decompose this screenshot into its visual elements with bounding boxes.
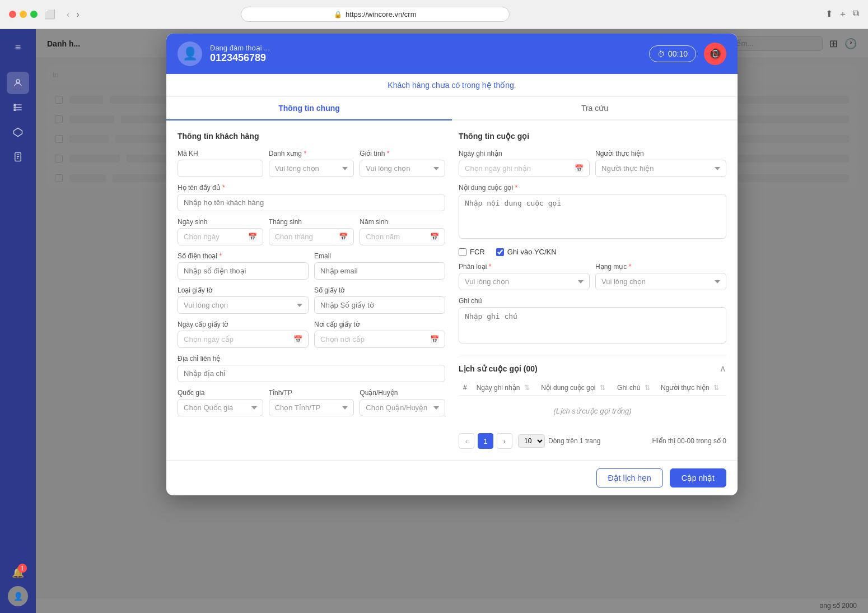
notification-icon[interactable]: 🔔 1 — [7, 561, 29, 584]
per-page-label: Dòng trên 1 trang — [548, 437, 600, 445]
end-call-button[interactable]: 📵 — [704, 43, 726, 65]
danh-xung-select[interactable]: Vui lòng chọn — [269, 160, 354, 177]
sort-icon-noidung[interactable]: ⇅ — [600, 384, 605, 392]
quoc-gia-select[interactable]: Chọn Quốc gia — [178, 399, 263, 416]
nav-back-icon[interactable]: ‹ — [67, 10, 69, 20]
field-loai-giay-to: Loại giấy tờ Vui lòng chọn — [178, 286, 309, 314]
sidebar-item-menu[interactable]: ≡ — [7, 36, 29, 58]
update-button[interactable]: Cập nhật — [670, 468, 726, 487]
field-ma-kh: Mã KH — [178, 150, 263, 177]
field-tinh-tp: Tỉnh/TP Chọn Tỉnh/TP — [269, 389, 354, 416]
calendar-icon-5: 📅 — [430, 335, 439, 343]
nav-forward-icon[interactable]: › — [76, 10, 79, 20]
dia-chi-input[interactable] — [178, 365, 445, 382]
row-sinh: Ngày sinh Chọn ngày 📅 Tháng sinh Chọn th… — [178, 218, 445, 245]
noi-cap-label: Nơi cấp giấy tờ — [314, 321, 445, 328]
customer-section-title: Thông tin khách hàng — [178, 132, 445, 141]
tab-tra-cuu[interactable]: Tra cứu — [452, 97, 738, 119]
sidebar-item-user[interactable] — [7, 72, 29, 94]
col-num: # — [459, 380, 472, 396]
page-1-btn[interactable]: 1 — [478, 433, 493, 449]
minimize-light[interactable] — [20, 11, 27, 18]
dia-chi-label: Địa chỉ liên hệ — [178, 355, 445, 363]
row-cap-giay-to: Ngày cấp giấy tờ Chọn ngày cấp 📅 Nơi cấp… — [178, 321, 445, 348]
schedule-button[interactable]: Đặt lịch hẹn — [596, 468, 663, 487]
calendar-icon-3: 📅 — [430, 233, 439, 241]
sidebar-item-chart[interactable] — [7, 121, 29, 143]
row-checkboxes: FCR Ghi vào YC/KN — [459, 248, 726, 256]
field-ngay-cap: Ngày cấp giấy tờ Chọn ngày cấp 📅 — [178, 321, 309, 348]
maximize-light[interactable] — [30, 11, 38, 18]
ghi-vao-label: Ghi vào YC/KN — [507, 248, 557, 256]
tinh-tp-select[interactable]: Chọn Tỉnh/TP — [269, 399, 354, 416]
ghi-chu-textarea[interactable] — [459, 307, 726, 343]
address-bar[interactable]: 🔒 https://wincore.vn/crm — [241, 7, 510, 22]
ma-kh-input[interactable] — [178, 160, 263, 177]
email-input[interactable] — [314, 262, 445, 280]
tinh-tp-label: Tỉnh/TP — [269, 389, 354, 397]
svg-rect-3 — [14, 107, 15, 108]
svg-rect-5 — [14, 109, 15, 110]
thang-sinh-picker[interactable]: Chọn tháng 📅 — [269, 228, 354, 245]
ho-ten-input[interactable] — [178, 194, 445, 211]
hang-muc-select[interactable]: Vui lòng chọn — [595, 273, 726, 290]
tab-thong-tin-chung[interactable]: Thông tin chung — [166, 97, 452, 120]
gioi-tinh-select[interactable]: Vui lòng chọn — [360, 160, 445, 177]
timer-text: 00:10 — [668, 49, 688, 58]
close-light[interactable] — [9, 11, 16, 18]
sidebar-item-document[interactable] — [7, 146, 29, 168]
field-ngay-sinh: Ngày sinh Chọn ngày 📅 — [178, 218, 263, 245]
field-quan-huyen: Quận/Huyện Chọn Quận/Huyện — [360, 389, 445, 416]
history-collapse-icon[interactable]: ∧ — [720, 363, 726, 374]
copy-icon[interactable]: ⧉ — [853, 8, 859, 20]
ghi-vao-checkbox[interactable] — [496, 248, 504, 256]
ngay-ghi-nhan-picker[interactable]: Chọn ngày ghi nhận 📅 — [459, 160, 590, 177]
field-thang-sinh: Tháng sinh Chọn tháng 📅 — [269, 218, 354, 245]
sidebar-item-list[interactable] — [7, 96, 29, 119]
nguoi-thuc-hien-select[interactable]: Người thực hiện — [595, 160, 726, 177]
field-ngay-ghi-nhan: Ngày ghi nhận Chọn ngày ghi nhận 📅 — [459, 150, 590, 177]
field-danh-xung: Danh xưng * Vui lòng chọn — [269, 150, 354, 177]
phan-loai-select[interactable]: Vui lòng chọn — [459, 273, 590, 290]
history-title: Lịch sử cuộc gọi (00) — [459, 364, 538, 373]
ngay-sinh-picker[interactable]: Chọn ngày 📅 — [178, 228, 263, 245]
calendar-icon-6: 📅 — [575, 164, 584, 173]
nam-sinh-picker[interactable]: Chọn năm 📅 — [360, 228, 445, 245]
modal-body: Thông tin khách hàng Mã KH Danh xưng * — [166, 120, 738, 460]
so-giay-to-label: Số giấy tờ — [314, 286, 445, 294]
hang-muc-label: Hạng mục * — [595, 263, 726, 271]
ngay-cap-label: Ngày cấp giấy tờ — [178, 321, 309, 328]
quan-huyen-select[interactable]: Chọn Quận/Huyện — [360, 399, 445, 416]
sort-icon-nguoi[interactable]: ⇅ — [713, 384, 719, 392]
nam-sinh-label: Năm sinh — [360, 218, 445, 226]
page-next-btn[interactable]: › — [497, 433, 512, 449]
calendar-icon-4: 📅 — [293, 335, 302, 343]
sort-icon-ghichu[interactable]: ⇅ — [645, 384, 650, 392]
fcr-checkbox[interactable] — [459, 248, 466, 256]
user-avatar[interactable]: 👤 — [8, 586, 28, 606]
noi-dung-textarea[interactable] — [459, 194, 726, 239]
quoc-gia-label: Quốc gia — [178, 389, 263, 397]
ma-kh-label: Mã KH — [178, 150, 263, 157]
page-info: Hiển thị 00-00 trong số 0 — [652, 437, 726, 445]
call-section-title: Thông tin cuộc gọi — [459, 132, 726, 141]
history-header: Lịch sử cuộc gọi (00) ∧ — [459, 363, 726, 374]
so-dt-input[interactable] — [178, 262, 309, 280]
so-giay-to-input[interactable] — [314, 296, 445, 314]
page-prev-btn[interactable]: ‹ — [459, 433, 474, 449]
loai-giay-to-select[interactable]: Vui lòng chọn — [178, 296, 309, 314]
sort-icon-ngay[interactable]: ⇅ — [524, 384, 530, 392]
per-page-select[interactable]: 10 — [518, 434, 545, 448]
ngay-cap-picker[interactable]: Chọn ngày cấp 📅 — [178, 331, 309, 348]
modal-tabs: Thông tin chung Tra cứu — [166, 97, 738, 120]
thang-sinh-label: Tháng sinh — [269, 218, 354, 226]
call-info: Đang đàm thoại ... 0123456789 — [210, 44, 641, 64]
main-content: Danh h... Tìm kiếm... ⊞ 🕐 In — [36, 29, 868, 613]
modal-overlay: 👤 Đang đàm thoại ... 0123456789 ⏱ 00:10 … — [36, 29, 868, 613]
field-hang-muc: Hạng mục * Vui lòng chọn — [595, 263, 726, 290]
share-icon[interactable]: ⬆ — [825, 8, 833, 20]
noi-cap-picker[interactable]: Chọn nơi cấp 📅 — [314, 331, 445, 348]
field-so-giay-to: Số giấy tờ — [314, 286, 445, 314]
new-tab-icon[interactable]: ＋ — [838, 8, 847, 20]
field-email: Email — [314, 252, 445, 280]
